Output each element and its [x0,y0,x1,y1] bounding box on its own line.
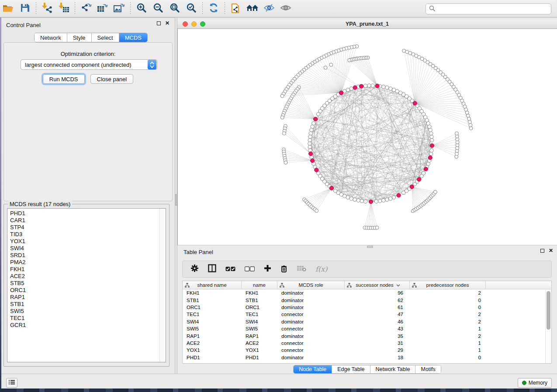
mcds-result-item[interactable]: TID3 [7,231,166,238]
table-row[interactable]: TEC1TEC1connector472 [183,311,551,318]
table-cell[interactable]: 2 [410,319,486,324]
mcds-result-item[interactable]: YOX1 [7,238,166,245]
table-cell[interactable]: SWI5 [183,326,242,331]
mcds-list-scrollbar[interactable] [159,209,166,362]
task-history-button[interactable] [6,378,17,388]
table-row[interactable]: YOX1YOX1connector291 [183,347,551,354]
table-row[interactable]: SWI5SWI5connector431 [183,325,551,332]
horizontal-splitter-handle[interactable] [367,246,373,248]
table-cell[interactable]: dominator [277,290,345,296]
table-cell[interactable]: STB1 [183,298,242,303]
export-table-button[interactable] [94,1,111,16]
mcds-result-item[interactable]: FKH1 [7,266,166,273]
tab-node-table[interactable]: Node Table [294,365,332,373]
table-cell[interactable]: connector [277,340,345,346]
table-cell[interactable]: FKH1 [183,290,242,296]
table-cell[interactable]: 2 [410,334,486,339]
table-cell[interactable]: connector [277,326,345,331]
float-table-panel-icon[interactable] [540,249,544,253]
table-row[interactable]: FKH1FKH1dominator962 [183,289,551,296]
export-image-button[interactable] [111,1,128,16]
table-cell[interactable]: ORC1 [183,305,242,310]
mcds-result-item[interactable]: ACE2 [7,273,166,280]
column-header-successor-nodes[interactable]: successor nodes [345,281,410,289]
table-cell[interactable]: 31 [345,340,410,346]
table-row[interactable]: SWI4SWI4dominator462 [183,318,551,325]
delete-column-icon[interactable] [280,265,287,274]
table-cell[interactable]: 18 [345,355,410,360]
column-header-name[interactable]: name [242,281,277,289]
mcds-result-item[interactable]: PHD1 [7,210,166,217]
deselect-all-icon[interactable] [245,265,255,273]
table-cell[interactable]: dominator [277,319,345,324]
table-cell[interactable]: 35 [345,334,410,339]
column-header-predecessor-nodes[interactable]: predecessor nodes [410,281,486,289]
table-cell[interactable]: 96 [345,290,410,296]
table-cell[interactable]: TEC1 [183,312,242,317]
table-scrollbar-thumb[interactable] [547,291,550,330]
splitter-handle[interactable] [175,194,177,206]
mcds-result-item[interactable]: SRD1 [7,252,166,259]
table-cell[interactable]: YOX1 [242,347,277,353]
table-cell[interactable]: ORC1 [242,305,277,310]
memory-button[interactable]: Memory [518,378,552,388]
tab-network-table[interactable]: Network Table [370,365,416,373]
open-session-button[interactable] [0,1,17,16]
gear-icon[interactable] [190,264,199,274]
tab-edge-table[interactable]: Edge Table [332,365,370,373]
column-header-mcds-role[interactable]: MCDS role [277,281,345,289]
refresh-layout-button[interactable] [205,1,222,16]
table-row[interactable]: ORC1ORC1dominator610 [183,304,551,311]
share-document-button[interactable] [228,1,244,16]
add-column-icon[interactable] [264,265,271,274]
table-cell[interactable]: PHD1 [242,355,277,360]
table-cell[interactable]: TEC1 [242,312,277,317]
table-cell[interactable]: dominator [277,305,345,310]
table-cell[interactable]: STB1 [242,298,277,303]
table-row[interactable]: RAP1RAP1dominator352 [183,332,551,339]
table-cell[interactable]: 2 [410,312,486,317]
mcds-result-item[interactable]: GCR1 [7,322,166,329]
tab-style[interactable]: Style [67,33,92,42]
mcds-result-item[interactable]: RAP1 [7,294,166,301]
table-cell[interactable]: YOX1 [183,347,242,353]
mcds-result-item[interactable]: TEC1 [7,315,166,322]
table-row[interactable]: ACE2ACE2connector311 [183,340,551,347]
column-header-shared-name[interactable]: shared name [183,281,242,289]
table-cell[interactable]: 61 [345,305,410,310]
table-cell[interactable]: 1 [410,347,486,353]
mcds-result-item[interactable]: ORC1 [7,287,166,294]
table-cell[interactable]: SWI5 [242,326,277,331]
tab-motifs[interactable]: Motifs [415,365,440,373]
mcds-result-item[interactable]: SWI5 [7,308,166,315]
zoom-in-button[interactable] [133,1,150,16]
table-row[interactable]: PHD1PHD1dominator180 [183,354,551,361]
mcds-result-item[interactable]: STP4 [7,224,166,231]
mcds-result-list[interactable]: PHD1CAR1STP4TID3YOX1SWI4SRD1PMA2FKH1ACE2… [7,209,166,329]
node-table-body[interactable]: FKH1FKH1dominator962STB1STB1dominator620… [183,289,551,364]
network-canvas[interactable] [177,29,557,245]
table-cell[interactable]: 1 [410,326,486,331]
table-cell[interactable]: 43 [345,326,410,331]
column-chooser-icon[interactable] [208,264,216,274]
table-cell[interactable]: connector [277,347,345,353]
table-row[interactable]: STB1STB1dominator620 [183,296,551,303]
table-cell[interactable]: SWI4 [183,319,242,324]
table-cell[interactable]: 0 [410,355,486,360]
table-cell[interactable]: SWI4 [242,319,277,324]
table-cell[interactable]: connector [277,312,345,317]
tab-mcds[interactable]: MCDS [119,33,147,42]
table-cell[interactable]: ACE2 [242,340,277,346]
table-scrollbar[interactable] [545,290,551,363]
table-cell[interactable]: 0 [410,298,486,303]
optimization-criterion-dropdown[interactable]: largest connected component (undirected) [21,59,157,70]
table-cell[interactable]: PHD1 [183,355,242,360]
select-all-icon[interactable] [225,265,235,273]
close-panel-button[interactable]: Close panel [90,74,134,84]
table-cell[interactable]: 62 [345,298,410,303]
table-cell[interactable]: dominator [277,298,345,303]
show-visibility-button[interactable] [277,1,294,16]
table-cell[interactable]: 29 [345,347,410,353]
table-cell[interactable]: FKH1 [242,290,277,296]
run-mcds-button[interactable]: Run MCDS [43,74,85,84]
